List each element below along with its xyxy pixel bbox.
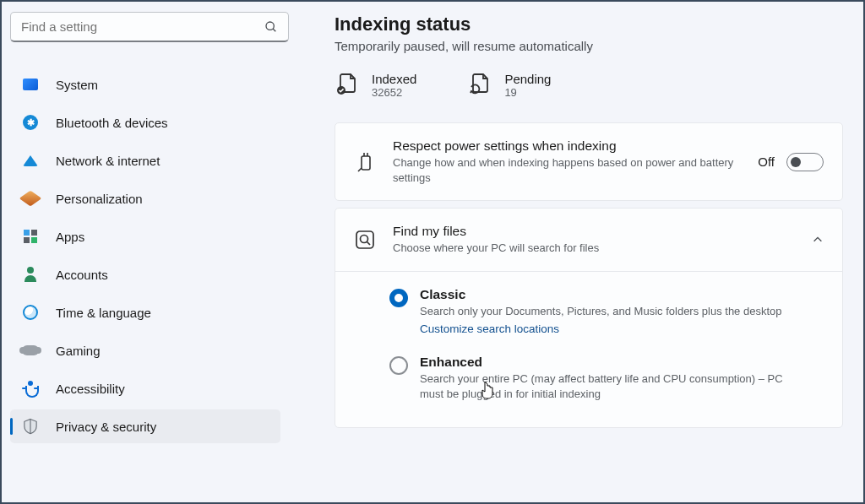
option-classic[interactable]: Classic Search only your Documents, Pict… — [389, 275, 824, 343]
svg-point-8 — [361, 235, 368, 242]
customize-locations-link[interactable]: Customize search locations — [420, 322, 559, 335]
shield-icon — [22, 418, 39, 435]
file-refresh-icon — [467, 72, 491, 95]
page-title: Indexing status — [335, 14, 843, 35]
sidebar-item-bluetooth[interactable]: ✱ Bluetooth & devices — [10, 106, 280, 139]
bluetooth-icon: ✱ — [22, 114, 39, 131]
page-subtitle: Temporarily paused, will resume automati… — [335, 39, 843, 53]
apps-icon — [22, 228, 39, 245]
stat-indexed: Indexed 32652 — [335, 72, 416, 99]
search-field[interactable] — [21, 19, 264, 34]
sidebar-item-network[interactable]: Network & internet — [10, 144, 280, 177]
sidebar-item-apps[interactable]: Apps — [10, 219, 280, 253]
gamepad-icon — [22, 342, 39, 359]
stat-label: Pending — [504, 72, 551, 86]
file-check-icon — [335, 72, 358, 95]
svg-line-9 — [367, 241, 371, 245]
sidebar-item-label: Gaming — [56, 344, 101, 358]
sidebar-item-accessibility[interactable]: Accessibility — [10, 371, 280, 405]
search-icon — [264, 20, 278, 34]
chevron-up-icon — [812, 234, 824, 246]
card-title: Find my files — [393, 224, 795, 239]
stat-value: 32652 — [372, 86, 416, 99]
person-icon — [22, 266, 39, 283]
svg-line-1 — [273, 29, 275, 31]
search-input[interactable] — [10, 12, 289, 42]
option-desc: Search only your Documents, Pictures, an… — [420, 304, 800, 319]
find-files-header[interactable]: Find my files Choose where your PC will … — [335, 209, 842, 271]
svg-point-0 — [266, 22, 274, 30]
nav-list: System ✱ Bluetooth & devices Network & i… — [8, 68, 282, 443]
brush-icon — [22, 190, 39, 207]
stat-value: 19 — [504, 86, 551, 99]
sidebar-item-label: Accessibility — [56, 382, 125, 396]
option-title: Classic — [420, 287, 824, 302]
find-files-card: Find my files Choose where your PC will … — [335, 208, 843, 428]
card-title: Respect power settings when indexing — [393, 138, 741, 154]
sidebar-item-time[interactable]: Time & language — [10, 295, 280, 329]
radio-enhanced[interactable] — [389, 356, 408, 375]
option-title: Enhanced — [420, 355, 824, 370]
power-plug-icon — [354, 151, 376, 173]
svg-rect-3 — [362, 156, 370, 170]
svg-rect-7 — [356, 231, 373, 248]
sidebar: System ✱ Bluetooth & devices Network & i… — [2, 2, 289, 502]
find-files-options: Classic Search only your Documents, Pict… — [335, 271, 842, 428]
sidebar-item-label: Network & internet — [56, 154, 160, 168]
clock-icon — [22, 304, 39, 321]
sidebar-item-privacy[interactable]: Privacy & security — [10, 409, 280, 443]
sidebar-item-gaming[interactable]: Gaming — [10, 333, 280, 367]
stats-row: Indexed 32652 Pending 19 — [335, 72, 843, 99]
sidebar-item-label: Bluetooth & devices — [56, 116, 168, 130]
card-desc: Choose where your PC will search for fil… — [393, 241, 748, 256]
sidebar-item-label: Time & language — [56, 306, 151, 320]
svg-line-6 — [358, 168, 362, 171]
sidebar-item-label: Apps — [56, 230, 84, 244]
wifi-icon — [22, 152, 39, 169]
search-file-icon — [354, 229, 376, 251]
option-desc: Search your entire PC (may affect batter… — [420, 371, 800, 402]
main-content: Indexing status Temporarily paused, will… — [289, 2, 863, 502]
sidebar-item-label: Personalization — [56, 192, 143, 206]
accessibility-icon — [22, 380, 39, 397]
sidebar-item-label: Accounts — [56, 268, 108, 282]
sidebar-item-label: System — [56, 78, 98, 92]
sidebar-item-personalization[interactable]: Personalization — [10, 182, 280, 215]
sidebar-item-label: Privacy & security — [56, 420, 156, 434]
option-enhanced[interactable]: Enhanced Search your entire PC (may affe… — [389, 343, 824, 409]
power-settings-card: Respect power settings when indexing Cha… — [335, 122, 843, 201]
toggle-state-label: Off — [758, 154, 775, 169]
system-icon — [22, 76, 39, 93]
stat-label: Indexed — [372, 72, 416, 86]
sidebar-item-accounts[interactable]: Accounts — [10, 257, 280, 291]
card-desc: Change how and when indexing happens bas… — [393, 155, 741, 185]
radio-classic[interactable] — [389, 289, 408, 307]
stat-pending: Pending 19 — [467, 72, 551, 99]
power-toggle[interactable] — [786, 153, 824, 171]
sidebar-item-system[interactable]: System — [10, 68, 280, 101]
